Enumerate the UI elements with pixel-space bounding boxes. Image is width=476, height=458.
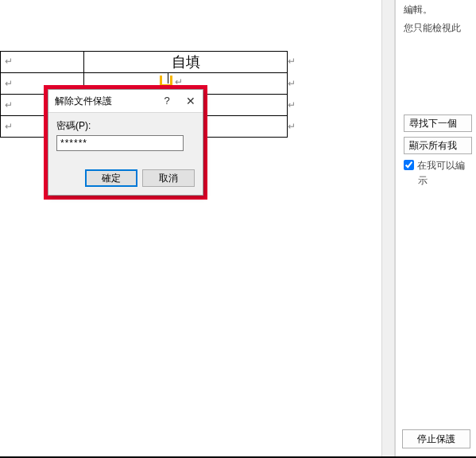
table-cell[interactable] [1, 52, 84, 73]
paragraph-mark-icon: ↵ [288, 99, 296, 111]
panel-info-text: 您只能檢視此 [404, 21, 471, 35]
ok-button[interactable]: 確定 [85, 169, 137, 187]
paragraph-mark-icon: ↵ [288, 56, 296, 67]
highlight-regions-label: 在我可以編 [417, 159, 465, 173]
help-icon[interactable]: ? [155, 90, 179, 112]
paragraph-mark-icon: ↵ [288, 121, 296, 132]
highlight-regions-checkbox-row[interactable]: 在我可以編 [404, 159, 471, 173]
vertical-scrollbar[interactable] [381, 0, 395, 458]
highlight-regions-label-line2: 示 [418, 174, 471, 188]
show-all-regions-button[interactable]: 顯示所有我 [404, 137, 472, 154]
text-cursor-icon [168, 72, 168, 83]
restrict-editing-panel: 編輯。 您只能檢視此 尋找下一個 顯示所有我 在我可以編 示 [395, 0, 476, 458]
highlight-regions-checkbox[interactable] [404, 160, 414, 170]
paragraph-mark-icon: ↵ [5, 56, 13, 67]
stop-protection-button[interactable]: 停止保護 [402, 429, 470, 448]
close-icon[interactable]: ✕ [179, 90, 203, 112]
dialog-body: 密碼(P): [48, 113, 203, 151]
stop-protection-wrap: 停止保護 [402, 429, 470, 448]
paragraph-mark-icon: ↵ [288, 78, 296, 89]
find-next-region-button[interactable]: 尋找下一個 [404, 114, 472, 132]
table-header-cell[interactable]: 自填 [84, 52, 288, 73]
paragraph-mark-icon: ↵ [5, 78, 13, 89]
dialog-button-row: 確定 取消 [85, 169, 195, 187]
dialog-title: 解除文件保護 [55, 95, 112, 108]
unprotect-document-dialog: 解除文件保護 ? ✕ 密碼(P): 確定 取消 [48, 89, 203, 196]
paragraph-mark-icon: ↵ [5, 121, 13, 132]
dialog-titlebar[interactable]: 解除文件保護 ? ✕ [48, 90, 203, 113]
password-label: 密碼(P): [56, 119, 195, 133]
document-area: 自填 ↵ ↵ ↵ ↵ ↵ ↵ ↵ ↵ ↵ 解除文件保護 ? ✕ [0, 0, 381, 458]
panel-info-text: 編輯。 [404, 3, 471, 17]
cancel-button[interactable]: 取消 [142, 169, 195, 187]
dialog-highlight-box: 解除文件保護 ? ✕ 密碼(P): 確定 取消 [44, 85, 207, 200]
password-input[interactable] [56, 135, 184, 151]
paragraph-mark-icon: ↵ [5, 99, 13, 111]
